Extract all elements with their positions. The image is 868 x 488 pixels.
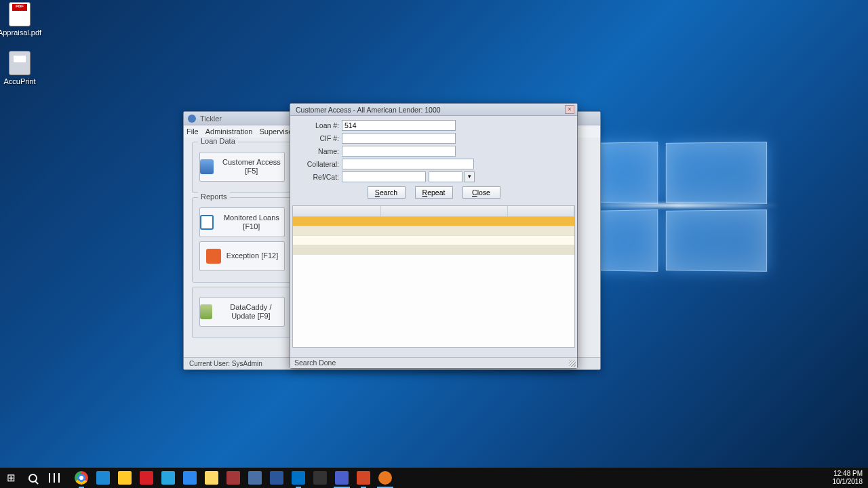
menu-file[interactable]: File [186,127,199,136]
exception-icon [206,249,221,264]
dialog-statusbar: Search Done [290,357,577,368]
acrobat-icon [140,471,153,485]
taskbar-powerpoint[interactable] [353,468,374,488]
close-btn-rest: lose [477,188,490,197]
grid-col-3[interactable] [508,206,574,216]
onenote-icon [335,471,349,485]
grid-col-1[interactable] [293,206,381,216]
taskbar-access[interactable] [222,468,244,488]
resize-grip-icon[interactable] [569,360,576,367]
powerpoint-icon [357,471,370,485]
taskview-button[interactable] [43,468,65,488]
reports-group: Reports Monitored Loans [F10] Exception … [192,197,299,283]
taskbar-edge[interactable] [92,468,114,488]
search-btn-rest: earch [380,188,397,197]
app-icon [188,115,196,123]
results-grid[interactable] [292,205,575,348]
windows-icon: ⊞ [7,472,16,484]
refcat-input-2[interactable] [429,171,462,182]
group-legend: Reports [198,192,230,201]
calculator-icon [248,471,262,485]
app-title: Tickler [200,115,222,123]
collateral-label: Collateral: [300,160,339,168]
grid-col-2[interactable] [381,206,509,216]
tools-group: DataCaddy / Update [F9] [192,287,299,338]
desktop-icon-label: AccuPrint [0,77,43,85]
word-icon [270,471,283,485]
taskbar-photos[interactable] [157,468,179,488]
taskbar-calculator[interactable] [244,468,266,488]
taskbar-zoom[interactable] [374,468,396,488]
search-button[interactable]: Search [368,186,406,199]
monitored-icon [200,215,214,230]
cif-label: CIF #: [300,134,339,142]
group-legend: Loan Data [198,137,238,145]
loan-label: Loan #: [300,121,339,129]
store-icon [118,471,132,485]
grid-row[interactable] [293,245,574,255]
photos-icon [161,471,175,485]
grid-header[interactable] [293,206,574,217]
desktop-icon-accuprint[interactable]: AccuPrint [0,51,43,85]
repeat-button[interactable]: Repeat [415,186,453,199]
dialog-title-text: Customer Access - All American Lender: 1… [296,106,441,114]
close-button[interactable]: Close [462,186,500,199]
status-current-user: Current User: SysAdmin [189,360,262,367]
taskbar-onenote[interactable] [331,468,353,488]
chrome-icon [75,471,88,485]
cif-number-input[interactable] [342,133,456,144]
customer-access-icon [200,159,214,174]
settings-icon [313,471,327,485]
name-label: Name: [300,147,339,155]
windows-logo-wallpaper [590,142,773,278]
taskbar: ⊞ 12:48 PM 10/1/2018 [0,468,868,488]
tray-time: 12:48 PM [833,470,863,478]
start-button[interactable]: ⊞ [0,468,22,488]
taskbar-explorer[interactable] [201,468,222,488]
access-icon [226,471,240,485]
search-form: Loan #: CIF #: Name: Collateral: Ref/Cat… [290,116,577,201]
customer-access-button[interactable]: Customer Access [F5] [199,152,285,182]
taskbar-outlook[interactable] [288,468,309,488]
datacaddy-icon [200,304,212,319]
desktop-icon-label: Appraisal.pdf [0,28,43,37]
zoom-icon [378,471,392,485]
search-icon [28,474,37,483]
grid-row-selected[interactable] [293,217,574,226]
wallpaper-light [576,203,780,207]
refcat-input-1[interactable] [342,171,426,182]
ie-icon [183,471,197,485]
taskbar-settings[interactable] [309,468,331,488]
dialog-titlebar[interactable]: Customer Access - All American Lender: 1… [290,104,577,116]
edge-icon [96,471,110,485]
taskbar-acrobat[interactable] [136,468,157,488]
taskbar-store[interactable] [114,468,136,488]
taskview-icon [49,473,60,483]
repeat-btn-rest: epeat [427,188,445,197]
grid-row[interactable] [293,236,574,245]
desktop-icon-appraisal-pdf[interactable]: Appraisal.pdf [0,2,43,37]
name-input[interactable] [342,146,456,157]
customer-access-dialog: Customer Access - All American Lender: 1… [290,103,578,369]
dialog-status-text: Search Done [294,359,336,367]
refcat-label: Ref/Cat: [300,173,339,181]
search-button[interactable] [22,468,43,488]
menu-administration[interactable]: Administration [205,127,253,136]
datacaddy-button[interactable]: DataCaddy / Update [F9] [199,297,285,327]
pdf-icon [9,2,31,26]
grid-row[interactable] [293,226,574,236]
printer-icon [9,51,31,75]
outlook-icon [292,471,305,485]
collateral-input[interactable] [342,159,474,169]
explorer-icon [205,471,218,485]
tray-date: 10/1/2018 [833,478,863,486]
taskbar-chrome[interactable] [71,468,92,488]
loan-number-input[interactable] [342,120,456,131]
taskbar-ie[interactable] [179,468,201,488]
dialog-close-button[interactable]: × [565,105,574,114]
refcat-dropdown-button[interactable]: ▾ [464,171,475,182]
system-tray[interactable]: 12:48 PM 10/1/2018 [833,470,869,486]
taskbar-word[interactable] [266,468,288,488]
monitored-loans-button[interactable]: Monitored Loans [F10] [199,207,285,237]
exception-button[interactable]: Exception [F12] [199,241,285,271]
